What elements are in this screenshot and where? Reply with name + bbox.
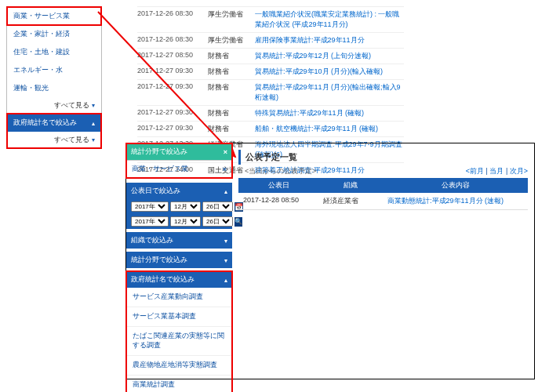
row-date: 2017-12-26 08:30 (137, 9, 208, 13)
table-row: 2017-12-26 08:30厚生労働省一般職業紹介状況(職業安定業務統計) … (137, 6, 404, 13)
release-table-top: 2017-12-26 08:30厚生労働省一般職業紹介状況(職業安定業務統計) … (137, 6, 404, 13)
row-org: 厚生労働省 (208, 9, 255, 13)
row-link[interactable]: 一般職業紹介状況(職業安定業務統計) : 一般職業紹介状況 (平成29年11月分… (255, 10, 400, 13)
sidebar-fragment-top: 商業・サービス業 企業・家計・経済 住宅・土地・建設 エネルギー・水 運輸・観光… (6, 6, 102, 13)
sidebar-item-commerce[interactable]: 商業・サービス業 (7, 7, 101, 13)
